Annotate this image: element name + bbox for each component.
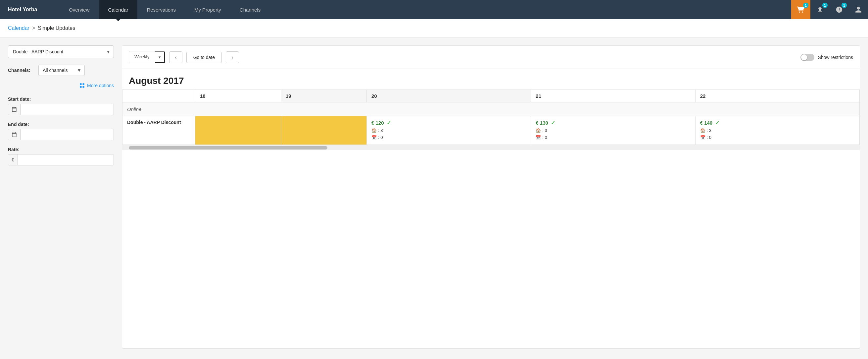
- house-num-22: : 3: [707, 127, 711, 134]
- show-restrictions-toggle[interactable]: [801, 54, 814, 61]
- alert-badge: 1: [841, 3, 847, 8]
- more-options-row: More options: [8, 83, 114, 88]
- start-date-input[interactable]: [21, 104, 114, 115]
- end-date-group: End date:: [8, 122, 114, 140]
- user-button[interactable]: [849, 0, 868, 19]
- calendar-month-header: August 2017: [122, 69, 860, 89]
- calendar-cell-20[interactable]: € 120 ✓ 🏠 : 3 📅 : 0: [367, 116, 531, 145]
- cart-button[interactable]: 1: [791, 0, 810, 19]
- check-icon-20: ✓: [387, 120, 391, 126]
- end-date-input[interactable]: [21, 129, 114, 140]
- room-type-select[interactable]: Double - AARP Discount: [8, 46, 114, 58]
- view-dropdown-button[interactable]: ▾: [155, 51, 165, 63]
- calendar-scrollbar[interactable]: [122, 145, 860, 150]
- brand-name: Hotel Yorba: [8, 7, 37, 12]
- breadcrumb-separator: >: [32, 25, 35, 31]
- brand-logo: Hotel Yorba: [0, 0, 60, 19]
- nav-item-reservations[interactable]: Reservations: [137, 0, 185, 19]
- room-type-select-wrapper: Double - AARP Discount ▼: [8, 46, 114, 58]
- calendar-cell-19[interactable]: [281, 116, 367, 145]
- nav-item-calendar[interactable]: Calendar: [99, 0, 138, 19]
- calendar-grid: 18 19 20 21 22 Online Double - AARP Disc…: [122, 89, 860, 145]
- rate-prefix-icon: €: [8, 155, 18, 165]
- calendar-panel: Weekly ▾ ‹ Go to date › Show restriction…: [122, 46, 860, 349]
- house-count-21: 🏠 : 3: [536, 127, 690, 134]
- svg-rect-3: [83, 86, 85, 88]
- rate-group: Rate: €: [8, 147, 114, 165]
- calendar-prev-button[interactable]: ‹: [169, 51, 182, 63]
- calendar-count-20: 📅 : 0: [371, 134, 526, 141]
- end-date-input-wrap: [8, 129, 114, 140]
- more-options-button[interactable]: More options: [79, 83, 114, 88]
- top-navigation: Hotel Yorba Overview Calendar Reservatio…: [0, 0, 868, 19]
- calendar-count-22: 📅 : 0: [700, 134, 855, 141]
- price-value-22: € 140: [700, 120, 713, 126]
- left-panel: Double - AARP Discount ▼ Channels: All c…: [8, 46, 114, 349]
- view-label: Weekly: [129, 51, 155, 63]
- house-icon-20: 🏠: [371, 127, 377, 134]
- section-label: Online: [127, 106, 142, 112]
- calendar-num-22: : 0: [707, 134, 711, 141]
- view-select-wrap: Weekly ▾: [129, 51, 165, 63]
- calendar-count-21: 📅 : 0: [536, 134, 690, 141]
- nav-item-channels[interactable]: Channels: [230, 0, 270, 19]
- upload-icon: [816, 6, 824, 13]
- price-value-20: € 120: [371, 120, 384, 126]
- rate-label: Rate:: [8, 147, 114, 152]
- breadcrumb-calendar-link[interactable]: Calendar: [8, 25, 29, 31]
- alert-icon: [836, 6, 843, 13]
- upload-button[interactable]: 1: [810, 0, 830, 19]
- calendar-cell-22[interactable]: € 140 ✓ 🏠 : 3 📅 : 0: [695, 116, 859, 145]
- breadcrumb-current-page: Simple Updates: [38, 25, 75, 31]
- calendar-header-19: 19: [281, 90, 367, 103]
- channels-select-wrapper: All channels ▼: [38, 65, 85, 76]
- house-count-22: 🏠 : 3: [700, 127, 855, 134]
- end-date-label: End date:: [8, 122, 114, 127]
- calendar-num-21: : 0: [542, 134, 547, 141]
- room-name-cell: Double - AARP Discount: [123, 116, 195, 145]
- more-options-label: More options: [87, 83, 114, 88]
- cart-badge: 1: [803, 3, 808, 8]
- calendar-header-empty: [123, 90, 195, 103]
- calendar-next-button[interactable]: ›: [226, 51, 239, 63]
- house-count-20: 🏠 : 3: [371, 127, 526, 134]
- scrollbar-thumb[interactable]: [129, 146, 328, 149]
- user-icon: [855, 6, 862, 13]
- nav-item-my-property[interactable]: My Property: [185, 0, 230, 19]
- nav-item-overview[interactable]: Overview: [60, 0, 99, 19]
- calendar-header-22: 22: [695, 90, 859, 103]
- main-content: Double - AARP Discount ▼ Channels: All c…: [0, 37, 868, 357]
- svg-rect-0: [80, 83, 82, 85]
- price-value-21: € 130: [536, 120, 548, 126]
- calendar-cell-18[interactable]: [195, 116, 281, 145]
- room-name: Double - AARP Discount: [127, 120, 181, 125]
- calendar-icon-20: 📅: [371, 134, 377, 141]
- calendar-num-20: : 0: [378, 134, 383, 141]
- svg-rect-2: [80, 86, 82, 88]
- svg-rect-1: [83, 83, 85, 85]
- check-icon-21: ✓: [551, 120, 555, 126]
- house-num-20: : 3: [378, 127, 383, 134]
- show-restrictions-label: Show restrictions: [818, 55, 853, 60]
- end-date-calendar-icon: [8, 129, 21, 140]
- go-to-date-button[interactable]: Go to date: [186, 52, 222, 63]
- price-21: € 130 ✓: [536, 120, 690, 126]
- start-date-group: Start date:: [8, 96, 114, 115]
- house-icon-22: 🏠: [700, 127, 706, 134]
- more-options-icon: [79, 83, 85, 88]
- show-restrictions-wrap: Show restrictions: [801, 54, 853, 61]
- price-20: € 120 ✓: [371, 120, 526, 126]
- alert-button[interactable]: 1: [830, 0, 849, 19]
- upload-badge: 1: [822, 3, 828, 8]
- room-row-double-aarp: Double - AARP Discount € 120 ✓ 🏠 : 3: [123, 116, 860, 145]
- breadcrumb: Calendar > Simple Updates: [0, 19, 868, 37]
- section-label-cell: Online: [123, 103, 860, 116]
- calendar-cell-21[interactable]: € 130 ✓ 🏠 : 3 📅 : 0: [531, 116, 695, 145]
- house-num-21: : 3: [542, 127, 547, 134]
- channels-select[interactable]: All channels: [38, 65, 85, 76]
- check-icon-22: ✓: [715, 120, 719, 126]
- rate-input[interactable]: [18, 155, 114, 165]
- start-date-input-wrap: [8, 104, 114, 115]
- calendar-header-21: 21: [531, 90, 695, 103]
- channels-label: Channels:: [8, 67, 34, 73]
